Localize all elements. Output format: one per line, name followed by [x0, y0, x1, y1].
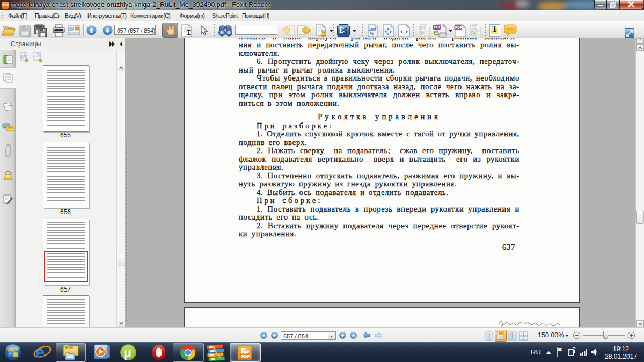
- svg-text:%: %: [370, 31, 374, 36]
- svg-text:PDF: PDF: [434, 25, 441, 29]
- svg-text:PDF: PDF: [455, 26, 462, 30]
- svg-text:e: e: [35, 343, 45, 362]
- svg-text:PDF: PDF: [241, 354, 250, 359]
- svg-text:PDF: PDF: [420, 26, 427, 30]
- svg-text:PDF: PDF: [471, 26, 478, 30]
- svg-text:µ: µ: [123, 344, 131, 360]
